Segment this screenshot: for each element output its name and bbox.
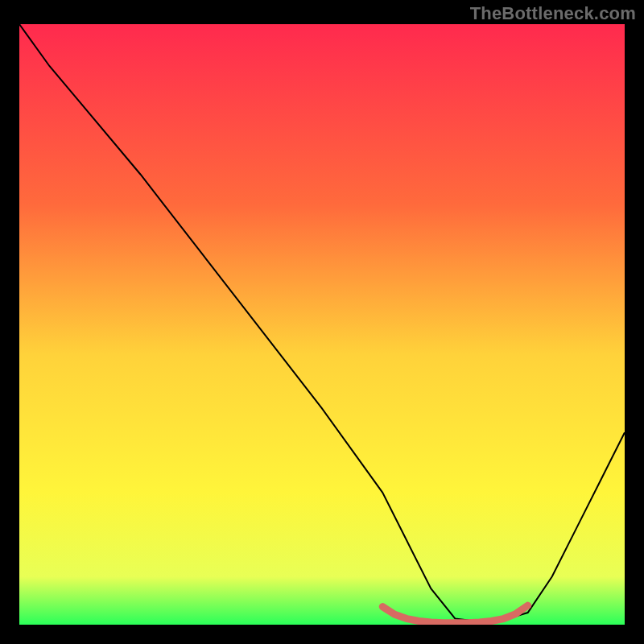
plot-area <box>19 24 625 625</box>
watermark-label: TheBottleneck.com <box>470 3 636 24</box>
chart-svg <box>19 24 625 625</box>
chart-frame: TheBottleneck.com <box>0 0 644 644</box>
gradient-background <box>19 24 625 625</box>
